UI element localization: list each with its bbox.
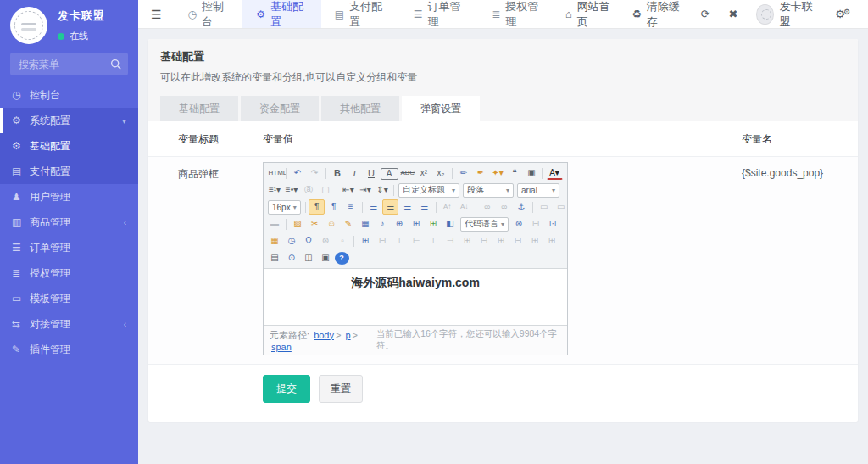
video-icon[interactable]: ▦ [358, 216, 374, 232]
sidebar-item-plugin-management[interactable]: ✎插件管理 [0, 337, 138, 362]
align-left-icon[interactable]: ☰ [365, 199, 381, 215]
strikethrough-icon[interactable]: ABC [399, 165, 415, 181]
ordered-list-icon[interactable]: ≡¹▾ [267, 182, 283, 198]
ltr-icon[interactable]: ¶ [309, 199, 325, 215]
map-icon[interactable]: ⊞ [409, 216, 425, 232]
align-right-icon[interactable]: ☰ [399, 199, 415, 215]
tab-other[interactable]: 其他配置 [321, 96, 399, 121]
table-icon[interactable]: ⊞ [358, 233, 374, 249]
refresh-button[interactable]: ⟳ [692, 0, 720, 28]
disabled-tool-icon[interactable]: ▭ [536, 199, 552, 215]
find-replace-icon[interactable]: ◫ [301, 250, 317, 266]
to-lowercase-icon[interactable]: A↓ [456, 199, 472, 215]
sidebar-item-dashboard[interactable]: ◷控制台 [0, 82, 138, 108]
italic-icon[interactable]: I [347, 165, 363, 181]
clear-cache-link[interactable]: ♻ 清除缓存 [622, 0, 691, 28]
merge-down-icon[interactable]: ⊟ [510, 233, 526, 249]
insert-code-icon[interactable]: ◧ [442, 216, 459, 232]
font-color-icon[interactable]: A▾ [547, 167, 563, 180]
paragraph-wrap-icon[interactable]: ≡ [342, 199, 359, 215]
attachment-icon[interactable]: ⊕ [392, 216, 408, 232]
superscript-icon[interactable]: x² [416, 165, 432, 181]
align-justify-icon[interactable]: ☰ [416, 199, 432, 215]
search-icon[interactable] [110, 59, 121, 70]
page-break-icon[interactable]: ⊟ [528, 216, 544, 232]
calendar-icon[interactable]: ▦ [267, 233, 283, 249]
sidebar-item-payment-config[interactable]: ▤支付配置 [0, 159, 138, 184]
nav-item-payment-config[interactable]: ▤支付配置 [321, 0, 400, 28]
spellcheck-icon[interactable]: ▫ [335, 233, 351, 249]
blockquote-icon[interactable]: ❝ [507, 165, 523, 181]
special-char-icon[interactable]: Ω [301, 233, 317, 249]
tab-basic[interactable]: 基础配置 [160, 96, 238, 121]
redo-icon[interactable]: ↷ [307, 165, 323, 181]
float-tool-icon[interactable]: ▬ [267, 216, 283, 232]
undo-icon[interactable]: ↶ [290, 165, 306, 181]
rtl-icon[interactable]: ¶ [326, 199, 342, 215]
sidebar-item-template-management[interactable]: ▭模板管理 [0, 286, 138, 311]
user-menu[interactable]: 发卡联盟 [747, 0, 826, 28]
settings-menu[interactable]: ⚙⚙ [826, 0, 861, 28]
insert-row-icon[interactable]: ⊤ [392, 233, 408, 249]
sidebar-item-integration-management[interactable]: ⇆对接管理‹ [0, 311, 138, 337]
format-painter-icon[interactable]: ✒ [473, 165, 489, 181]
nav-item-order-management[interactable]: ☰订单管理 [400, 0, 478, 28]
a-style-icon[interactable]: ⓐ [301, 182, 317, 198]
table-sort-icon[interactable]: ⇩ [561, 233, 565, 249]
iframe-icon[interactable]: ⊡ [545, 216, 561, 232]
delete-col-icon[interactable]: ⊣ [442, 233, 459, 249]
nav-item-dashboard[interactable]: ◷控制台 [175, 0, 243, 28]
graffiti-icon[interactable]: ✎ [341, 216, 357, 232]
table-props-icon[interactable]: ⊞ [527, 233, 543, 249]
paste-filter-icon[interactable]: ▣ [524, 165, 540, 181]
highlight-color-icon[interactable]: ab▾ [564, 165, 565, 181]
merge-cells-icon[interactable]: ⊞ [459, 233, 476, 249]
site-home-link[interactable]: ⌂ 网站首页 [556, 0, 622, 28]
screenshot-icon[interactable]: ✂ [307, 216, 323, 232]
tab-fund[interactable]: 资金配置 [241, 96, 319, 121]
merge-right-icon[interactable]: ⊞ [493, 233, 509, 249]
path-p-link[interactable]: p [345, 330, 350, 340]
sidebar-item-system-config[interactable]: ⚙系统配置▾ [0, 108, 138, 133]
preview-icon[interactable]: ⊙ [284, 250, 300, 266]
paragraph-format-select[interactable]: 段落▾ [463, 183, 514, 198]
editor-content[interactable]: 海外源码haiwaiym.com [264, 269, 567, 325]
auto-typeset-icon[interactable]: ✦▾ [490, 165, 506, 181]
sidebar-item-goods-management[interactable]: ▥商品管理‹ [0, 210, 138, 235]
insert-col-icon[interactable]: ⊢ [409, 233, 425, 249]
bold-icon[interactable]: B [330, 165, 346, 181]
subscript-icon[interactable]: x₂ [433, 165, 449, 181]
formula-icon[interactable]: ⊛ [318, 233, 334, 249]
custom-title-select[interactable]: 自定义标题▾ [398, 183, 459, 198]
font-size-select[interactable]: 16px▾ [268, 200, 301, 215]
link-icon[interactable]: ∞ [479, 199, 495, 215]
quick-format-icon[interactable]: ◨ [562, 216, 565, 232]
image-icon[interactable]: ▧ [290, 216, 306, 232]
indent-icon[interactable]: ⇥▾ [358, 182, 374, 198]
to-uppercase-icon[interactable]: A↑ [439, 199, 455, 215]
submit-button[interactable]: 提交 [263, 375, 310, 403]
font-border-icon[interactable]: A [381, 168, 398, 180]
nav-item-basic-config[interactable]: ⚙基础配置 [242, 0, 320, 28]
music-icon[interactable]: ♪ [375, 216, 391, 232]
fullscreen-button[interactable]: ✖ [720, 0, 748, 28]
menu-toggle-icon[interactable]: ☰ [138, 8, 175, 21]
brand-avatar[interactable] [10, 7, 47, 44]
emotion-icon[interactable]: ☺ [324, 216, 340, 232]
source-code-icon[interactable]: HTML [267, 165, 283, 181]
sidebar-item-auth-management[interactable]: ≣授权管理 [0, 260, 138, 286]
path-span-link[interactable]: span [271, 342, 292, 352]
tab-popup[interactable]: 弹窗设置 [402, 96, 480, 121]
print-icon[interactable]: ▤ [267, 250, 283, 266]
template-icon[interactable]: ▣ [318, 250, 334, 266]
about-icon[interactable]: ? [335, 252, 349, 265]
unordered-list-icon[interactable]: ≡•▾ [284, 182, 300, 198]
anchor-icon[interactable]: ⚓ [513, 199, 529, 215]
world-icon[interactable]: ⊛ [511, 216, 527, 232]
blank-doc-icon[interactable]: ▢ [318, 182, 334, 198]
cell-props-icon[interactable]: ⊞ [544, 233, 560, 249]
font-family-select[interactable]: arial▾ [517, 183, 559, 198]
nav-item-auth-management[interactable]: ≣授权管理 [478, 0, 556, 28]
line-height-icon[interactable]: ⇕▾ [375, 182, 391, 198]
sidebar-item-order-management[interactable]: ☰订单管理 [0, 235, 138, 260]
